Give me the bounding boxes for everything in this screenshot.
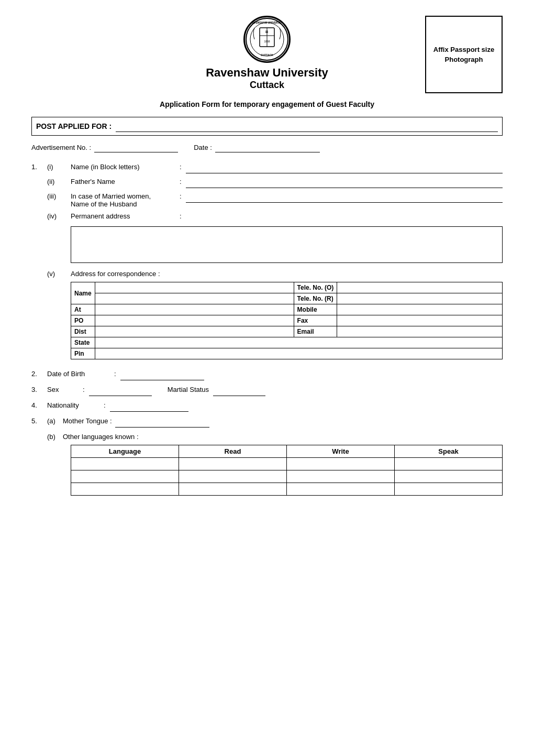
corr-tele-o-input[interactable] bbox=[340, 284, 499, 291]
fathers-name-input[interactable] bbox=[186, 178, 503, 188]
lang-row-3-speak[interactable] bbox=[395, 483, 503, 496]
name-input[interactable] bbox=[186, 163, 503, 173]
post-applied-input[interactable] bbox=[116, 120, 498, 132]
mother-tongue-input[interactable] bbox=[115, 417, 209, 428]
section-5a-row: 5. (a) Mother Tongue : bbox=[31, 417, 503, 428]
application-title: Application Form for temporary engagemen… bbox=[31, 100, 503, 108]
corr-cell-tele-o-value[interactable] bbox=[337, 282, 503, 293]
date-input[interactable] bbox=[215, 142, 320, 152]
adv-date-row: Advertisement No. : Date : bbox=[31, 142, 503, 152]
corr-table: Name Tele. No. (O) Tele. No. (R) At Mobi… bbox=[71, 282, 503, 359]
lang-row-2-speak[interactable] bbox=[395, 470, 503, 483]
adv-no-input[interactable] bbox=[94, 142, 178, 152]
nationality-label: Nationality bbox=[47, 401, 99, 409]
corr-cell-name2-value[interactable] bbox=[95, 293, 294, 304]
header-section: RAVENSHAW UNIVERSITY CUTTACK 🏛 1868 Rave… bbox=[31, 16, 503, 91]
section-num-2: 2. bbox=[31, 370, 47, 378]
lang-row-1-speak[interactable] bbox=[395, 458, 503, 470]
corr-cell-dist-label: Dist bbox=[71, 326, 95, 337]
corr-tele-r-input[interactable] bbox=[340, 295, 499, 302]
sex-input[interactable] bbox=[89, 386, 152, 396]
corr-cell-tele-r-label: Tele. No. (R) bbox=[294, 293, 337, 304]
colon-nationality: : bbox=[104, 401, 106, 409]
married-label: In case of Married women, Name of the Hu… bbox=[71, 192, 175, 208]
perm-address-textarea[interactable] bbox=[71, 226, 503, 263]
corr-cell-mobile-value[interactable] bbox=[337, 304, 503, 315]
corr-cell-po-value[interactable] bbox=[95, 315, 294, 326]
corr-cell-fax-value[interactable] bbox=[337, 315, 503, 326]
perm-address-wrapper bbox=[71, 224, 503, 265]
lang-1-speak-input[interactable] bbox=[399, 461, 498, 468]
lang-row-3-read[interactable] bbox=[179, 483, 287, 496]
corr-pin-input[interactable] bbox=[98, 350, 499, 357]
colon-3: : bbox=[180, 192, 182, 200]
corr-mobile-input[interactable] bbox=[340, 306, 499, 313]
lang-header-read: Read bbox=[179, 445, 287, 458]
post-applied-row: POST APPLIED FOR : bbox=[31, 117, 503, 136]
nationality-input[interactable] bbox=[110, 401, 188, 412]
corr-state-input[interactable] bbox=[98, 339, 499, 346]
corr-cell-at-label: At bbox=[71, 304, 95, 315]
corr-name2-input[interactable] bbox=[98, 295, 291, 302]
lang-3-read-input[interactable] bbox=[183, 486, 282, 493]
corr-cell-pin-value[interactable] bbox=[95, 348, 502, 359]
lang-2-lang-input[interactable] bbox=[75, 473, 174, 480]
corr-cell-tele-o-label: Tele. No. (O) bbox=[294, 282, 337, 293]
lang-1-write-input[interactable] bbox=[291, 461, 390, 468]
corr-cell-email-value[interactable] bbox=[337, 326, 503, 337]
section-num-1: 1. bbox=[31, 163, 47, 171]
corr-cell-tele-r-value[interactable] bbox=[337, 293, 503, 304]
lang-row-2-lang[interactable] bbox=[71, 470, 179, 483]
lang-row-1-read[interactable] bbox=[179, 458, 287, 470]
corr-cell-at-value[interactable] bbox=[95, 304, 294, 315]
lang-row-2-write[interactable] bbox=[287, 470, 395, 483]
lang-2-write-input[interactable] bbox=[291, 473, 390, 480]
corr-cell-po-label: PO bbox=[71, 315, 95, 326]
section-3-row: 3. Sex : Martial Status bbox=[31, 386, 503, 396]
field-fathers-name-row: (ii) Father's Name : bbox=[31, 178, 503, 188]
lang-row-1-write[interactable] bbox=[287, 458, 395, 470]
date-group: Date : bbox=[194, 142, 320, 152]
lang-3-lang-input[interactable] bbox=[75, 486, 174, 493]
name-label: Name (in Block letters) bbox=[71, 163, 175, 171]
field-married-row: (iii) In case of Married women, Name of … bbox=[31, 192, 503, 208]
section-1: 1. (i) Name (in Block letters) : (ii) Fa… bbox=[31, 163, 503, 359]
corr-email-input[interactable] bbox=[340, 328, 499, 335]
corr-row-po: PO Fax bbox=[71, 315, 503, 326]
lang-table-header-row: Language Read Write Speak bbox=[71, 445, 503, 458]
field-perm-address-row: (iv) Permanent address : bbox=[31, 212, 503, 220]
lang-3-write-input[interactable] bbox=[291, 486, 390, 493]
lang-row-3-write[interactable] bbox=[287, 483, 395, 496]
corr-dist-input[interactable] bbox=[98, 328, 291, 335]
corr-fax-input[interactable] bbox=[340, 317, 499, 324]
marital-label: Martial Status bbox=[168, 386, 209, 393]
corr-cell-state-value[interactable] bbox=[95, 337, 502, 348]
sub-num-v: (v) bbox=[47, 270, 71, 278]
other-lang-label: Other languages known : bbox=[63, 433, 139, 441]
corr-row-pin: Pin bbox=[71, 348, 503, 359]
lang-row-2-read[interactable] bbox=[179, 470, 287, 483]
lang-header-speak: Speak bbox=[395, 445, 503, 458]
lang-2-read-input[interactable] bbox=[183, 473, 282, 480]
section-num-5: 5. bbox=[31, 417, 47, 425]
lang-2-speak-input[interactable] bbox=[399, 473, 498, 480]
lang-row-1-lang[interactable] bbox=[71, 458, 179, 470]
colon-1: : bbox=[180, 163, 182, 171]
lang-3-speak-input[interactable] bbox=[399, 486, 498, 493]
corr-cell-name-value[interactable] bbox=[95, 282, 294, 293]
lang-1-lang-input[interactable] bbox=[75, 461, 174, 468]
corr-at-input[interactable] bbox=[98, 306, 291, 313]
svg-text:1868: 1868 bbox=[264, 40, 270, 43]
date-label: Date : bbox=[194, 144, 212, 151]
corr-cell-dist-value[interactable] bbox=[95, 326, 294, 337]
corr-po-input[interactable] bbox=[98, 317, 291, 324]
lang-header-write: Write bbox=[287, 445, 395, 458]
corr-name-input[interactable] bbox=[98, 284, 291, 291]
corr-address-section: Name Tele. No. (O) Tele. No. (R) At Mobi… bbox=[71, 282, 503, 359]
marital-input[interactable] bbox=[213, 386, 265, 396]
husband-name-input[interactable] bbox=[186, 192, 503, 203]
dob-input[interactable] bbox=[120, 370, 204, 380]
lang-row-3-lang[interactable] bbox=[71, 483, 179, 496]
post-applied-label: POST APPLIED FOR : bbox=[36, 122, 112, 130]
lang-1-read-input[interactable] bbox=[183, 461, 282, 468]
